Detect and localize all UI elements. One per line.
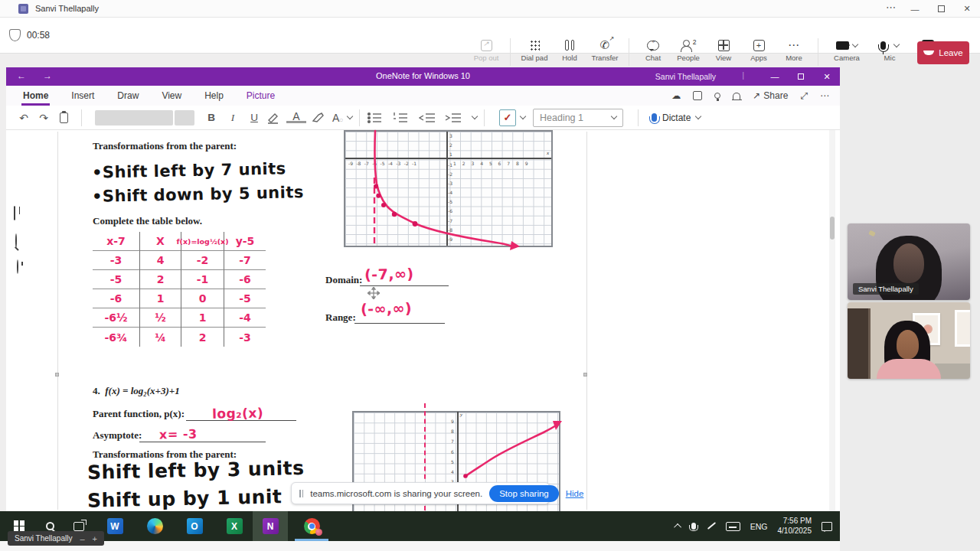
answer-line: [354, 323, 445, 324]
view-icon: [718, 40, 730, 51]
move-cursor-icon: [368, 287, 380, 299]
taskbar-tooltip: Sanvi Thellapally – +: [8, 531, 104, 546]
table-cell: 2: [181, 328, 224, 347]
shield-icon: [9, 29, 21, 41]
popout-button[interactable]: Pop out: [469, 38, 504, 62]
titlebar-more-icon[interactable]: ⋯: [886, 2, 896, 13]
asymptote-label: Asymptote:: [93, 429, 142, 442]
domain-label: Domain:: [325, 274, 362, 286]
participant-name-label: Sanvi Thellapally: [853, 283, 919, 295]
taskbar-outlook[interactable]: O: [179, 511, 210, 541]
apps-button[interactable]: + Apps: [741, 38, 776, 62]
resize-handle[interactable]: [55, 373, 59, 377]
stop-sharing-button[interactable]: Stop sharing: [489, 485, 559, 502]
handwritten-note: Shift left by 3 units: [87, 457, 305, 484]
excel-icon: X: [227, 518, 243, 534]
answer-line: [139, 442, 266, 442]
table-header: f(x)=log½(x): [181, 232, 224, 251]
windows-logo-icon: [14, 520, 25, 532]
table-cell: -6: [93, 289, 140, 308]
dialpad-button[interactable]: Dial pad: [517, 38, 552, 62]
video-scene: [868, 230, 876, 237]
asymptote-answer: x= -3: [159, 426, 198, 442]
handwritten-note: •Shift down by 5 units: [92, 183, 304, 206]
show-hidden-icons-button[interactable]: [674, 523, 681, 531]
transfer-button[interactable]: ✆ Transfer: [587, 38, 622, 62]
table-cell: -5: [93, 270, 140, 289]
table-cell: -5: [224, 289, 266, 308]
touch-keyboard-icon[interactable]: [726, 522, 740, 531]
range-label: Range:: [325, 311, 356, 324]
chevron-down-icon[interactable]: [893, 41, 900, 47]
page-canvas: Transformations from the parent: •Shift …: [0, 0, 980, 551]
running-indicator: [295, 539, 328, 541]
taskbar-excel[interactable]: X: [219, 511, 250, 541]
hold-button[interactable]: Hold: [552, 38, 587, 62]
tray-time: 7:56 PM: [783, 517, 812, 525]
divider: [510, 38, 511, 66]
page-border: [57, 132, 58, 510]
leave-button[interactable]: Leave: [917, 41, 969, 64]
maximize-button[interactable]: [928, 0, 954, 18]
search-icon: [46, 522, 54, 530]
language-indicator[interactable]: ENG: [750, 522, 768, 531]
drag-handle-icon[interactable]: [299, 490, 303, 497]
table-header: X: [140, 232, 181, 251]
share-message: teams.microsoft.com is sharing your scre…: [310, 489, 482, 498]
camera-icon: [836, 41, 849, 50]
table-cell: -2: [181, 251, 224, 270]
more-button[interactable]: ⋯ More: [776, 38, 812, 62]
hangup-icon: [923, 51, 934, 55]
table-cell: 1: [181, 308, 224, 328]
table-caption: Complete the table below.: [93, 215, 202, 227]
handwritten-note: Shift up by 1 unit: [87, 485, 283, 511]
system-tray: ENG 7:56 PM 4/10/2025: [676, 511, 832, 541]
table-cell: -6: [224, 270, 266, 289]
action-center-icon[interactable]: [822, 522, 832, 531]
view-button[interactable]: View: [706, 38, 741, 62]
taskbar-onenote[interactable]: N: [253, 511, 288, 541]
camera-button[interactable]: Camera: [825, 38, 869, 62]
taskbar-edge[interactable]: [139, 511, 170, 541]
mic-button[interactable]: Mic: [869, 38, 910, 62]
chat-icon: [647, 41, 659, 51]
windows-ink-icon[interactable]: [706, 521, 716, 531]
table-cell: -3: [93, 251, 140, 270]
table-cell: -4: [224, 308, 266, 328]
tray-mic-icon[interactable]: [691, 523, 696, 530]
chat-button[interactable]: Chat: [635, 38, 671, 62]
window-title: Sanvi Thellapally: [35, 4, 99, 13]
resize-handle[interactable]: [583, 373, 587, 377]
page-border: [586, 132, 587, 510]
screen: Sanvi Thellapally ⋯ — ✕ 00:58 Pop out Di…: [0, 0, 980, 551]
transformations-label: Transformations from the parent:: [93, 140, 237, 152]
close-button[interactable]: ✕: [954, 0, 980, 18]
taskbar-word[interactable]: W: [100, 511, 130, 541]
people-icon: [681, 40, 691, 51]
problem4: 4. f(x) = log₂(x+3)+1: [93, 385, 180, 397]
parent-function-answer: log₂(x): [212, 405, 264, 421]
participant-video-2[interactable]: [848, 302, 970, 379]
apps-icon: +: [753, 40, 765, 51]
hold-icon: [565, 40, 574, 51]
minimize-button[interactable]: —: [902, 0, 928, 18]
taskbar-chrome[interactable]: [294, 511, 329, 541]
zoom-out-button[interactable]: –: [80, 534, 84, 543]
mic-icon: [880, 41, 886, 50]
word-icon: W: [107, 518, 123, 534]
people-button[interactable]: 2 People: [671, 38, 706, 62]
answer-line: [360, 285, 449, 286]
taskbar: W O X N ENG 7:56 PM 4/10/2025: [0, 511, 840, 541]
table-header: y-5: [224, 232, 266, 251]
video-scene: [848, 308, 871, 379]
clock[interactable]: 7:56 PM 4/10/2025: [778, 517, 812, 536]
participant-video-1[interactable]: Sanvi Thellapally: [848, 223, 970, 300]
chevron-down-icon[interactable]: [852, 41, 858, 47]
table-cell: ¼: [140, 328, 181, 347]
hide-banner-link[interactable]: Hide: [566, 489, 584, 498]
zoom-in-button[interactable]: +: [93, 534, 97, 543]
table-cell: -1: [181, 270, 224, 289]
table-header: x-7: [93, 232, 140, 251]
popout-icon: [481, 40, 492, 51]
dialpad-icon: [529, 39, 540, 51]
